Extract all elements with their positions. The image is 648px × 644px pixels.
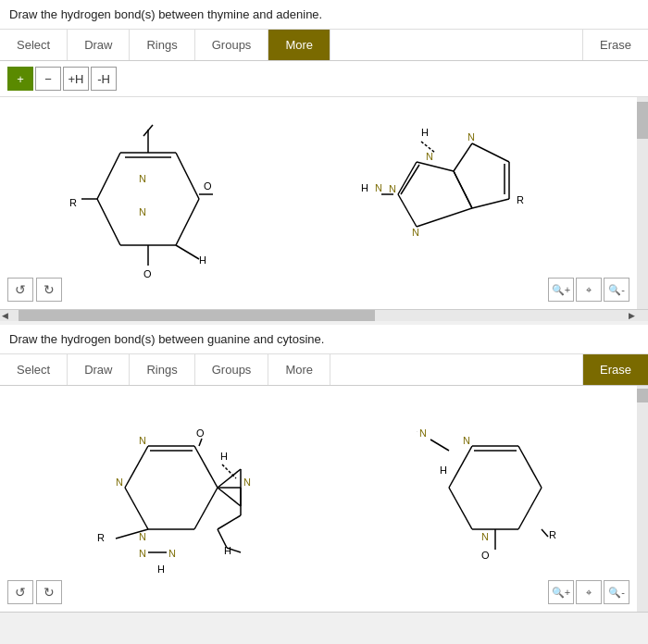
toolbar-groups-2[interactable]: Groups [195, 354, 269, 385]
canvas-1[interactable]: O N N O R H [0, 97, 648, 310]
zoom-in-btn-2[interactable]: 🔍+ [548, 580, 574, 604]
toolbar-select-1[interactable]: Select [0, 30, 68, 60]
zoom-out-btn-1[interactable]: 🔍- [604, 278, 629, 302]
svg-line-75 [449, 488, 472, 529]
toolbar-draw-1[interactable]: Draw [68, 30, 130, 60]
svg-text:O: O [204, 180, 212, 192]
svg-line-83 [542, 529, 548, 537]
scroll-right-arrow-1[interactable]: ▶ [629, 311, 635, 320]
svg-line-73 [518, 488, 542, 529]
zoom-reset-btn-2[interactable]: ⌖ [576, 580, 602, 604]
zoom-in-btn-1[interactable]: 🔍+ [548, 278, 574, 302]
svg-text:N: N [139, 435, 146, 446]
svg-text:H: H [440, 464, 447, 476]
toolbar-rings-1[interactable]: Rings [130, 30, 194, 60]
rotate-right-btn-1[interactable]: ↻ [36, 278, 62, 302]
svg-text:H: H [220, 451, 228, 462]
svg-line-43 [194, 488, 218, 529]
canvas-2[interactable]: N N N N O R H H N N H [0, 386, 648, 613]
svg-text:H: H [199, 254, 206, 266]
guanine-molecule: N N N N O R H H N N H [0, 386, 315, 599]
adenine-molecule: N N N N R H N H [324, 97, 629, 291]
rotate-left-btn-1[interactable]: ↺ [7, 278, 33, 302]
add-button[interactable]: + [7, 67, 33, 91]
svg-text:N: N [481, 531, 489, 542]
svg-text:R: R [549, 529, 556, 540]
svg-text:N: N [139, 206, 146, 217]
cytosine-molecule: N N O R H N H [417, 386, 629, 599]
toolbar-rings-2[interactable]: Rings [130, 354, 194, 385]
section-2: Draw the hydrogen bond(s) between guanin… [0, 325, 648, 613]
svg-line-18 [176, 245, 199, 259]
svg-line-30 [401, 165, 419, 194]
remove-h-button[interactable]: -H [91, 67, 117, 91]
svg-line-25 [417, 162, 454, 171]
svg-text:N: N [139, 173, 146, 184]
svg-text:R: R [97, 532, 105, 543]
thymine-molecule: O N N O R H [0, 97, 305, 291]
scrollbar-h-1[interactable]: ◀ ▶ [0, 310, 648, 321]
svg-line-23 [454, 143, 472, 171]
toolbar-1: Select Draw Rings Groups More Erase [0, 30, 648, 61]
svg-text:N: N [389, 183, 396, 194]
scrollbar-v-1[interactable] [637, 97, 648, 309]
toolbar-more-2[interactable]: More [268, 354, 330, 385]
svg-text:H: H [361, 182, 368, 193]
svg-line-45 [125, 488, 148, 529]
bottom-controls-1: ↺ ↻ [7, 278, 62, 302]
svg-text:R: R [517, 194, 524, 205]
svg-line-1 [176, 153, 199, 199]
svg-text:N: N [139, 531, 146, 542]
svg-line-26 [398, 162, 417, 194]
svg-text:N: N [426, 151, 433, 162]
zoom-reset-btn-1[interactable]: ⌖ [576, 278, 602, 302]
rotate-left-btn-2[interactable]: ↺ [7, 580, 33, 604]
scrollbar-h-thumb-1 [19, 310, 375, 321]
minus-button[interactable]: − [35, 67, 61, 91]
svg-text:N: N [375, 182, 382, 193]
scrollbar-v-2[interactable] [637, 386, 648, 612]
svg-text:H: H [224, 545, 231, 556]
toolbar-erase-1[interactable]: Erase [582, 30, 648, 60]
zoom-controls-1: 🔍+ ⌖ 🔍- [548, 278, 629, 302]
svg-line-65 [218, 529, 227, 548]
toolbar-erase-2[interactable]: Erase [582, 354, 648, 385]
svg-line-76 [449, 446, 472, 488]
svg-line-29 [454, 171, 472, 208]
svg-text:N: N [412, 227, 419, 238]
section-1: Draw the hydrogen bond(s) between thymin… [0, 0, 648, 321]
svg-line-63 [222, 464, 236, 478]
svg-line-2 [176, 199, 199, 245]
svg-line-19 [472, 143, 509, 162]
svg-line-72 [518, 446, 542, 488]
toolbar-groups-1[interactable]: Groups [195, 30, 269, 60]
zoom-out-btn-2[interactable]: 🔍- [604, 580, 629, 604]
zoom-controls-2: 🔍+ ⌖ 🔍- [548, 580, 629, 604]
svg-line-4 [97, 199, 120, 245]
svg-text:O: O [481, 550, 490, 561]
rotate-right-btn-2[interactable]: ↻ [36, 580, 62, 604]
add-h-button[interactable]: +H [63, 67, 89, 91]
toolbar-draw-2[interactable]: Draw [68, 354, 130, 385]
question-1: Draw the hydrogen bond(s) between thymin… [0, 0, 648, 30]
scrollbar-v-thumb-1 [637, 102, 648, 139]
bottom-controls-2: ↺ ↻ [7, 580, 62, 604]
svg-line-53 [218, 515, 241, 529]
svg-line-50 [218, 488, 241, 506]
svg-text:N: N [467, 131, 475, 142]
svg-line-28 [417, 208, 472, 227]
toolbar-select-2[interactable]: Select [0, 354, 68, 385]
svg-text:N: N [168, 548, 176, 559]
svg-text:N: N [116, 477, 123, 488]
svg-text:H: H [421, 127, 429, 138]
svg-line-87 [430, 440, 449, 451]
toolbar-more-1[interactable]: More [268, 30, 330, 60]
svg-text:N: N [243, 477, 251, 488]
svg-line-59 [199, 439, 202, 446]
svg-line-27 [398, 194, 417, 227]
svg-text:N: N [463, 435, 470, 446]
scroll-left-arrow-1[interactable]: ◀ [2, 311, 8, 320]
svg-line-42 [194, 446, 218, 488]
question-2: Draw the hydrogen bond(s) between guanin… [0, 325, 648, 354]
sub-toolbar-1: + − +H -H [0, 61, 648, 97]
